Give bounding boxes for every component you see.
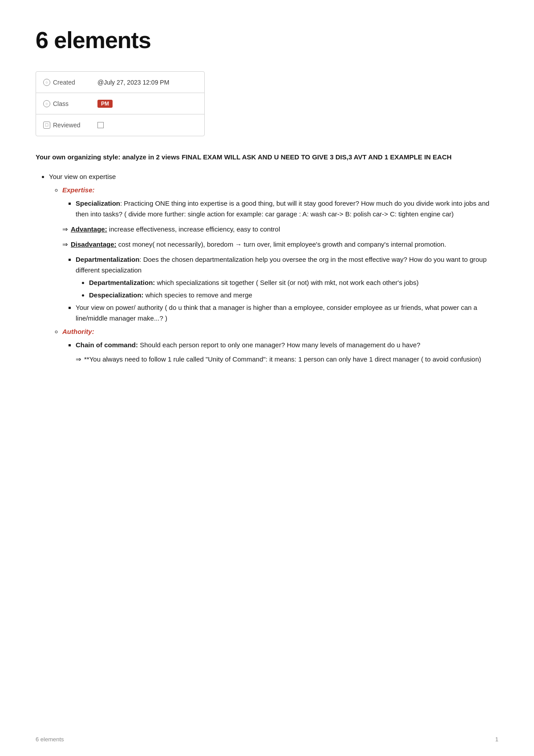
metadata-row-class: ○ Class PM bbox=[36, 93, 204, 114]
reviewed-checkbox[interactable] bbox=[97, 122, 104, 128]
chain-label: Chain of command: bbox=[76, 341, 138, 349]
expertise-item: Expertise: Specialization: Practicing ON… bbox=[62, 185, 498, 324]
specialization-text: : Practicing ONE thing into expertise is… bbox=[76, 199, 490, 218]
metadata-row-created: ○ Created @July 27, 2023 12:09 PM bbox=[36, 72, 204, 93]
dept-sub1-text: which specializations sit together ( Sel… bbox=[155, 279, 418, 286]
unity-text: **You always need to follow 1 rule calle… bbox=[84, 354, 481, 365]
class-label: Class bbox=[53, 100, 97, 107]
chain-text: Should each person report to only one ma… bbox=[138, 341, 421, 349]
dept-sub1-label: Departmentalization: bbox=[89, 279, 155, 286]
advantage-arrow: ⇒ bbox=[62, 224, 68, 235]
page-title: 6 elements bbox=[36, 27, 498, 53]
advantage-text: increase effectiveness, increase efficie… bbox=[107, 225, 280, 233]
reviewed-icon: ☐ bbox=[43, 122, 50, 129]
departmentalization-label: Departmentalization bbox=[76, 256, 139, 263]
reviewed-label: Reviewed bbox=[53, 122, 97, 129]
power-authority-text: Your view on power/ authority ( do u thi… bbox=[76, 304, 477, 322]
specialization-item: Specialization: Practicing ONE thing int… bbox=[76, 198, 498, 219]
dept-sub2-item: Despecialization: which species to remov… bbox=[89, 290, 498, 301]
metadata-row-reviewed: ☐ Reviewed bbox=[36, 114, 204, 136]
section-header: Your own organizing style: analyze in 2 … bbox=[36, 152, 498, 163]
specialization-label: Specialization bbox=[76, 199, 120, 207]
authority-item: Authority: Chain of command: Should each… bbox=[62, 326, 498, 365]
expertise-label: Expertise: bbox=[62, 186, 95, 194]
disadvantage-line: ⇒ Disadvantage: cost money( not necessar… bbox=[62, 239, 498, 250]
dept-sub2-text: which species to remove and merge bbox=[144, 291, 252, 299]
clock-icon: ○ bbox=[43, 79, 50, 86]
created-value: @July 27, 2023 12:09 PM bbox=[97, 79, 169, 86]
disadvantage-label: Disadvantage: bbox=[71, 240, 117, 248]
unity-line: ⇒ **You always need to follow 1 rule cal… bbox=[76, 354, 498, 365]
disadvantage-text: cost money( not necessarily), boredom → … bbox=[117, 240, 446, 248]
footer-left: 6 elements bbox=[36, 736, 64, 743]
dept-sub2-label: Despecialization: bbox=[89, 291, 144, 299]
class-badge: PM bbox=[97, 100, 113, 108]
dept-sub1-item: Departmentalization: which specializatio… bbox=[89, 277, 498, 288]
unity-arrow: ⇒ bbox=[76, 354, 81, 365]
advantage-content: Advantage: increase effectiveness, incre… bbox=[71, 224, 280, 235]
disadvantage-content: Disadvantage: cost money( not necessaril… bbox=[71, 239, 446, 250]
page-footer: 6 elements 1 bbox=[36, 736, 498, 743]
chain-item: Chain of command: Should each person rep… bbox=[76, 340, 498, 365]
content-area: Your view on expertise Expertise: Specia… bbox=[36, 171, 498, 365]
metadata-table: ○ Created @July 27, 2023 12:09 PM ○ Clas… bbox=[36, 71, 205, 136]
advantage-line: ⇒ Advantage: increase effectiveness, inc… bbox=[62, 224, 498, 235]
advantage-label: Advantage: bbox=[71, 225, 107, 233]
level1-item: Your view on expertise Expertise: Specia… bbox=[49, 171, 498, 365]
power-authority-item: Your view on power/ authority ( do u thi… bbox=[76, 302, 498, 324]
disadvantage-arrow: ⇒ bbox=[62, 239, 68, 250]
footer-right: 1 bbox=[495, 736, 498, 743]
class-icon: ○ bbox=[43, 100, 50, 107]
authority-label: Authority: bbox=[62, 328, 94, 335]
departmentalization-item: Departmentalization: Does the chosen dep… bbox=[76, 254, 498, 301]
created-label: Created bbox=[53, 79, 97, 86]
